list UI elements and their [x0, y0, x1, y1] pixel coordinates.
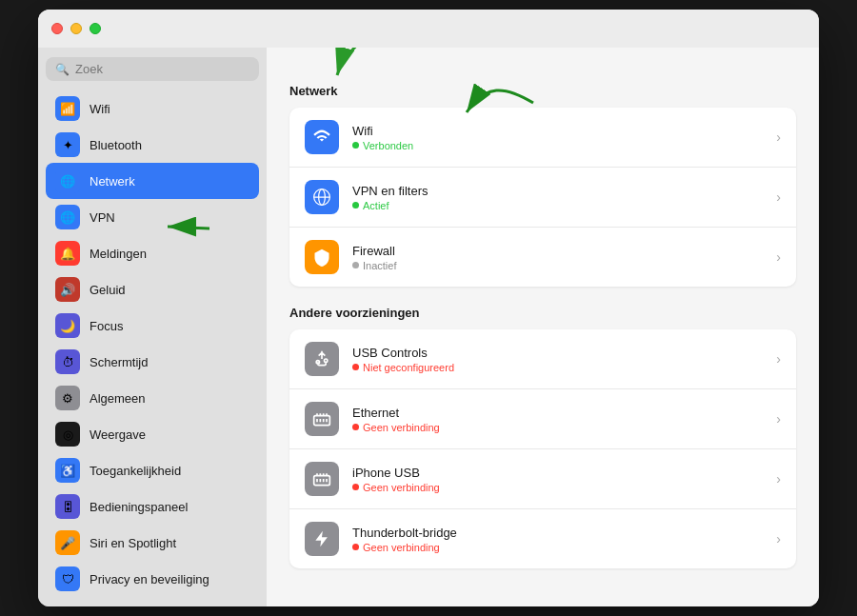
status-text-wifi: Verbonden: [363, 140, 413, 151]
card-status-vpn: Actief: [352, 200, 763, 211]
minimize-button[interactable]: [70, 23, 82, 34]
chevron-icon-thunderbolt: ›: [776, 531, 781, 546]
card-name-wifi: Wifi: [352, 124, 763, 138]
card-text-vpn: VPN en filters Actief: [352, 184, 763, 211]
status-dot-iphone-usb: [352, 484, 359, 490]
sidebar-label-schermtijd: Schermtijd: [90, 355, 148, 369]
status-text-vpn: Actief: [363, 200, 389, 211]
card-item-ethernet[interactable]: Ethernet Geen verbinding ›: [289, 389, 796, 449]
sidebar-label-toegankelijkheid: Toegankelijkheid: [90, 464, 181, 478]
card-status-usb: Niet geconfigureerd: [352, 362, 763, 373]
card-text-ethernet: Ethernet Geen verbinding: [352, 406, 763, 433]
card-item-vpn[interactable]: VPN en filters Actief ›: [289, 168, 796, 228]
sidebar-label-algemeen: Algemeen: [90, 391, 146, 406]
wifi-icon: 📶: [55, 96, 80, 121]
card-name-thunderbolt: Thunderbolt-bridge: [352, 526, 763, 540]
focus-icon: 🌙: [55, 313, 80, 338]
system-preferences-window: 🔍 📶 Wifi ✦ Bluetooth 🌐 Netwerk 🌐 VPN 🔔 M…: [38, 10, 819, 606]
sidebar-item-schermtijd[interactable]: ⏱ Schermtijd: [46, 344, 259, 380]
netwerk-icon: 🌐: [55, 169, 80, 193]
card-item-usb[interactable]: USB Controls Niet geconfigureerd ›: [289, 329, 796, 389]
wifi-card-icon: [305, 120, 339, 154]
chevron-icon-iphone-usb: ›: [776, 471, 781, 487]
weergave-icon: ◎: [55, 422, 80, 447]
sidebar-item-meldingen[interactable]: 🔔 Meldingen: [46, 235, 259, 271]
card-list-Andere voorzieningen: USB Controls Niet geconfigureerd › Ether…: [289, 329, 796, 568]
siri-icon: 🎤: [55, 530, 80, 555]
status-dot-usb: [352, 364, 359, 370]
card-text-firewall: Firewall Inactief: [352, 244, 763, 271]
sidebar-label-siri: Siri en Spotlight: [90, 536, 176, 550]
toegankelijkheid-icon: ♿: [55, 458, 80, 483]
sidebar-label-vpn: VPN: [90, 210, 115, 225]
ethernet-card-icon: [305, 402, 339, 436]
card-name-firewall: Firewall: [352, 244, 763, 258]
sidebar-item-netwerk[interactable]: 🌐 Netwerk: [46, 163, 259, 199]
card-name-ethernet: Ethernet: [352, 406, 763, 420]
other-section-title: Andere voorzieningen: [289, 306, 796, 320]
fullscreen-button[interactable]: [90, 23, 101, 34]
bedieningspaneel-icon: 🎛: [55, 494, 80, 519]
algemeen-icon: ⚙: [55, 386, 80, 410]
sidebar-item-geluid[interactable]: 🔊 Geluid: [46, 271, 259, 308]
card-name-iphone-usb: iPhone USB: [352, 466, 763, 480]
title-bar: [38, 10, 819, 48]
card-item-thunderbolt[interactable]: Thunderbolt-bridge Geen verbinding ›: [289, 509, 796, 568]
sidebar-item-toegankelijkheid[interactable]: ♿ Toegankelijkheid: [46, 452, 259, 488]
status-text-thunderbolt: Geen verbinding: [363, 542, 440, 553]
sidebar-item-privacy[interactable]: 🛡 Privacy en beveiliging: [46, 561, 259, 597]
sidebar-label-geluid: Geluid: [90, 283, 126, 297]
close-button[interactable]: [51, 23, 63, 34]
status-dot-thunderbolt: [352, 544, 359, 550]
meldingen-icon: 🔔: [55, 241, 80, 266]
sidebar-label-bluetooth: Bluetooth: [90, 138, 142, 152]
sidebar-label-bedieningspaneel: Bedieningspaneel: [90, 500, 188, 514]
card-item-firewall[interactable]: Firewall Inactief ›: [289, 228, 796, 287]
sidebar-label-privacy: Privacy en beveiliging: [90, 572, 209, 586]
sidebar-label-wifi: Wifi: [90, 102, 110, 116]
svg-rect-9: [314, 476, 330, 486]
card-text-iphone-usb: iPhone USB Geen verbinding: [352, 466, 763, 493]
search-box[interactable]: 🔍: [46, 57, 259, 81]
chevron-icon-wifi: ›: [776, 129, 781, 145]
sidebar: 🔍 📶 Wifi ✦ Bluetooth 🌐 Netwerk 🌐 VPN 🔔 M…: [38, 48, 267, 606]
iphone-usb-card-icon: [305, 462, 339, 496]
sidebar-label-meldingen: Meldingen: [90, 247, 147, 261]
chevron-icon-firewall: ›: [776, 249, 781, 265]
content-area: 🔍 📶 Wifi ✦ Bluetooth 🌐 Netwerk 🌐 VPN 🔔 M…: [38, 48, 819, 606]
sidebar-item-bedieningspaneel[interactable]: 🎛 Bedieningspaneel: [46, 488, 259, 525]
firewall-card-icon: [305, 240, 339, 274]
status-dot-firewall: [352, 262, 359, 268]
sidebar-label-weergave: Weergave: [90, 427, 146, 442]
card-status-wifi: Verbonden: [352, 140, 763, 151]
card-status-firewall: Inactief: [352, 260, 763, 271]
privacy-icon: 🛡: [55, 566, 80, 591]
search-input[interactable]: [75, 62, 249, 76]
traffic-lights: [51, 23, 101, 34]
vpn-card-icon: [305, 180, 339, 214]
main-section-title: Netwerk: [289, 84, 796, 98]
main-content: Netwerk Wifi Verbonden › VPN en filters: [267, 48, 819, 606]
schermtijd-icon: ⏱: [55, 349, 80, 374]
svg-rect-4: [314, 416, 330, 426]
sidebar-item-focus[interactable]: 🌙 Focus: [46, 308, 259, 344]
thunderbolt-card-icon: [305, 522, 339, 556]
card-text-wifi: Wifi Verbonden: [352, 124, 763, 151]
sidebar-label-netwerk: Netwerk: [90, 174, 135, 189]
sidebar-item-weergave[interactable]: ◎ Weergave: [46, 416, 259, 452]
sidebar-item-wifi[interactable]: 📶 Wifi: [46, 90, 259, 127]
card-item-iphone-usb[interactable]: iPhone USB Geen verbinding ›: [289, 449, 796, 509]
geluid-icon: 🔊: [55, 277, 80, 302]
sidebar-item-siri[interactable]: 🎤 Siri en Spotlight: [46, 525, 259, 561]
card-item-wifi[interactable]: Wifi Verbonden ›: [289, 108, 796, 168]
status-text-firewall: Inactief: [363, 260, 396, 271]
chevron-icon-ethernet: ›: [776, 411, 781, 427]
card-list-network: Wifi Verbonden › VPN en filters Actief ›: [289, 108, 796, 287]
sidebar-item-vpn[interactable]: 🌐 VPN: [46, 199, 259, 235]
vpn-icon: 🌐: [55, 205, 80, 229]
green-arrow-annotation: [328, 48, 442, 80]
sidebar-item-algemeen[interactable]: ⚙ Algemeen: [46, 380, 259, 416]
status-text-iphone-usb: Geen verbinding: [363, 482, 440, 493]
status-dot-wifi: [352, 142, 359, 149]
sidebar-item-bluetooth[interactable]: ✦ Bluetooth: [46, 127, 259, 163]
